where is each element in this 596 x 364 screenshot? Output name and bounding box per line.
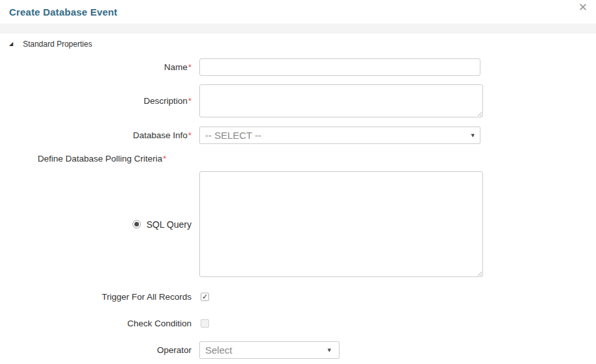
database-info-label: Database Info bbox=[133, 130, 188, 140]
sql-query-label-cell: SQL Query bbox=[0, 219, 192, 230]
operator-label-cell: Operator bbox=[0, 345, 192, 355]
polling-criteria-row: Define Database Polling Criteria* bbox=[0, 152, 596, 164]
name-input[interactable] bbox=[199, 58, 480, 76]
check-condition-row: Check Condition bbox=[0, 318, 596, 329]
header-separator-band bbox=[0, 23, 596, 34]
check-condition-label-cell: Check Condition bbox=[0, 319, 192, 328]
description-label-cell: Description* bbox=[0, 96, 192, 106]
database-info-selected-value: -- SELECT -- bbox=[205, 130, 467, 141]
dialog-title: Create Database Event bbox=[9, 6, 118, 18]
trigger-all-records-label: Trigger For All Records bbox=[102, 292, 192, 302]
database-info-select[interactable]: -- SELECT -- ▼ bbox=[199, 127, 480, 144]
operator-selected-value: Select bbox=[205, 345, 324, 356]
trigger-all-records-checkbox[interactable]: ✓ bbox=[201, 293, 209, 301]
close-icon[interactable]: ✕ bbox=[578, 1, 588, 13]
polling-criteria-label: Define Database Polling Criteria bbox=[38, 154, 162, 164]
dropdown-arrow-icon: ▼ bbox=[328, 348, 331, 353]
operator-select[interactable]: Select ▼ bbox=[199, 341, 340, 359]
description-textarea[interactable] bbox=[199, 84, 483, 117]
checkmark-icon: ✓ bbox=[202, 293, 208, 300]
operator-row: Operator Select ▼ bbox=[0, 341, 596, 359]
name-label-cell: Name* bbox=[0, 62, 192, 72]
required-asterisk: * bbox=[188, 62, 192, 72]
name-label: Name bbox=[164, 62, 188, 72]
check-condition-checkbox[interactable] bbox=[201, 319, 209, 328]
dialog-header: Create Database Event ✕ bbox=[0, 0, 596, 23]
operator-label: Operator bbox=[157, 345, 192, 355]
sql-query-textarea[interactable] bbox=[199, 171, 483, 277]
description-row: Description* bbox=[0, 84, 596, 117]
required-asterisk: * bbox=[188, 96, 192, 106]
description-label: Description bbox=[143, 96, 188, 106]
database-info-row: Database Info* -- SELECT -- ▼ bbox=[0, 127, 596, 144]
section-standard-properties[interactable]: ◢ Standard Properties bbox=[0, 38, 596, 51]
required-asterisk: * bbox=[188, 130, 192, 140]
sql-query-label: SQL Query bbox=[146, 219, 192, 230]
collapse-triangle-icon[interactable]: ◢ bbox=[9, 42, 13, 47]
section-label: Standard Properties bbox=[23, 40, 92, 49]
radio-selected-dot bbox=[134, 222, 139, 226]
name-row: Name* bbox=[0, 58, 596, 76]
dropdown-arrow-icon: ▼ bbox=[471, 133, 475, 138]
required-asterisk: * bbox=[163, 154, 166, 164]
trigger-all-records-label-cell: Trigger For All Records bbox=[0, 292, 192, 302]
sql-query-radio[interactable] bbox=[132, 220, 141, 228]
trigger-all-records-row: Trigger For All Records ✓ bbox=[0, 291, 596, 302]
create-database-event-dialog: Create Database Event ✕ ◢ Standard Prope… bbox=[0, 0, 596, 364]
sql-query-row: SQL Query bbox=[0, 171, 596, 277]
check-condition-label: Check Condition bbox=[127, 319, 192, 328]
database-info-label-cell: Database Info* bbox=[0, 130, 192, 140]
